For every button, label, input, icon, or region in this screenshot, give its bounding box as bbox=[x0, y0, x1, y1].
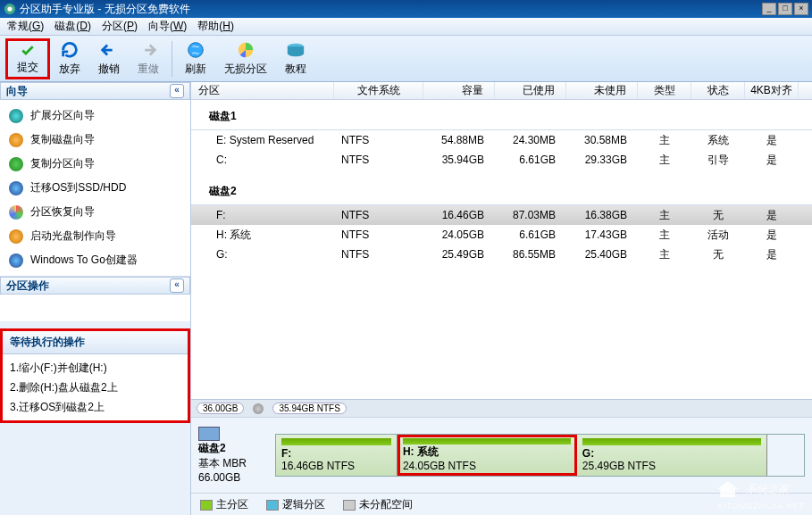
table-row[interactable]: F:NTFS16.46GB87.03MB16.38GB主无是 bbox=[191, 205, 812, 225]
wizard-panel-header[interactable]: 向导 « bbox=[0, 82, 190, 100]
app-icon bbox=[4, 3, 16, 15]
swatch-unalloc bbox=[343, 500, 356, 511]
wizard-icon bbox=[9, 181, 23, 195]
wizard-icon bbox=[9, 205, 23, 220]
svg-point-2 bbox=[188, 43, 204, 58]
menu-general[interactable]: 常规(G) bbox=[2, 17, 49, 36]
pill-part: 35.94GB NTFS bbox=[272, 403, 346, 414]
lossless-button[interactable]: 无损分区 bbox=[215, 38, 276, 79]
redo-icon bbox=[138, 40, 158, 60]
swatch-logical bbox=[266, 500, 279, 511]
disk-large-icon bbox=[198, 427, 220, 441]
titlebar: 分区助手专业版 - 无损分区免费软件 _ □ × bbox=[0, 0, 812, 18]
wizard-label: 迁移OS到SSD/HDD bbox=[30, 180, 126, 195]
partition-table-body: 磁盘1E: System ReservedNTFS54.88MB24.30MB3… bbox=[191, 100, 812, 399]
undo-icon bbox=[99, 40, 119, 60]
col-type[interactable]: 类型 bbox=[638, 82, 691, 99]
disk-partition-bar[interactable]: G:25.49GB NTFS bbox=[577, 435, 767, 476]
wizard-label: 复制磁盘向导 bbox=[30, 132, 95, 147]
pending-operations-panel: 等待执行的操作 1.缩小(F:)并创建(H:)2.删除(H:)盘从磁盘2上3.迁… bbox=[0, 328, 190, 423]
collapse-icon[interactable]: « bbox=[170, 278, 184, 293]
menu-help[interactable]: 帮助(H) bbox=[192, 17, 239, 36]
title-text: 分区助手专业版 - 无损分区免费软件 bbox=[20, 2, 760, 17]
toolbar: 提交 放弃 撤销 重做 刷新 无损分区 教程 bbox=[0, 36, 812, 82]
redo-button[interactable]: 重做 bbox=[129, 38, 168, 79]
col-state[interactable]: 状态 bbox=[691, 82, 745, 99]
collapse-icon[interactable]: « bbox=[170, 84, 184, 98]
col-used[interactable]: 已使用 bbox=[495, 82, 566, 99]
partition-ops-empty bbox=[0, 295, 190, 321]
wizard-icon bbox=[9, 229, 23, 244]
wizard-item[interactable]: Windows To Go创建器 bbox=[0, 248, 190, 272]
disk-map-area: 36.00GB 35.94GB NTFS 磁盘2 基本 MBR 66.00GB … bbox=[191, 399, 812, 515]
wizard-label: 复制分区向导 bbox=[30, 156, 95, 171]
wizard-icon bbox=[9, 109, 23, 123]
menu-wizard[interactable]: 向导(W) bbox=[143, 17, 192, 36]
disk-partition-bar[interactable]: H: 系统24.05GB NTFS bbox=[398, 435, 577, 476]
pending-item[interactable]: 2.删除(H:)盘从磁盘2上 bbox=[10, 378, 180, 397]
table-row[interactable]: H: 系统NTFS24.05GB6.61GB17.43GB主活动是 bbox=[191, 225, 812, 245]
wizard-label: 启动光盘制作向导 bbox=[30, 228, 116, 244]
legend: 主分区 逻辑分区 未分配空间 系统之家 XITONGZHIJIA.NET bbox=[191, 493, 812, 515]
refresh-icon bbox=[60, 40, 80, 60]
wizard-item[interactable]: 复制分区向导 bbox=[0, 152, 190, 176]
col-filesystem[interactable]: 文件系统 bbox=[334, 82, 423, 99]
table-row[interactable]: E: System ReservedNTFS54.88MB24.30MB30.5… bbox=[191, 130, 812, 150]
wizard-icon bbox=[9, 133, 23, 147]
undo-button[interactable]: 撤销 bbox=[89, 38, 129, 79]
disk-label[interactable]: 磁盘1 bbox=[191, 104, 812, 130]
col-unused[interactable]: 未使用 bbox=[566, 82, 638, 99]
wizard-label: Windows To Go创建器 bbox=[30, 253, 138, 268]
watermark: 系统之家 XITONGZHIJIA.NET bbox=[717, 481, 805, 511]
pill-size: 36.00GB bbox=[197, 403, 244, 414]
table-row[interactable]: C:NTFS35.94GB6.61GB29.33GB主引导是 bbox=[191, 150, 812, 170]
commit-button[interactable]: 提交 bbox=[5, 38, 50, 79]
menu-disk[interactable]: 磁盘(D) bbox=[49, 17, 96, 36]
separator bbox=[172, 41, 172, 77]
col-4k-align[interactable]: 4KB对齐 bbox=[745, 82, 799, 99]
menu-partition[interactable]: 分区(P) bbox=[96, 17, 143, 36]
tutorial-button[interactable]: 教程 bbox=[276, 38, 315, 79]
minimize-button[interactable]: _ bbox=[762, 3, 776, 15]
check-icon bbox=[18, 43, 38, 58]
maximize-button[interactable]: □ bbox=[778, 3, 792, 15]
pending-item[interactable]: 3.迁移OS到磁盘2上 bbox=[10, 397, 180, 417]
column-headers: 分区 文件系统 容量 已使用 未使用 类型 状态 4KB对齐 bbox=[191, 82, 812, 100]
disk-info[interactable]: 磁盘2 基本 MBR 66.00GB bbox=[198, 427, 270, 484]
pending-header: 等待执行的操作 bbox=[3, 331, 188, 354]
pending-item[interactable]: 1.缩小(F:)并创建(H:) bbox=[10, 358, 180, 378]
close-button[interactable]: × bbox=[794, 3, 808, 15]
wizard-icon bbox=[9, 253, 23, 268]
wizard-label: 分区恢复向导 bbox=[30, 204, 95, 220]
wizard-item[interactable]: 扩展分区向导 bbox=[0, 104, 190, 128]
globe-refresh-icon bbox=[186, 40, 205, 60]
wizard-icon bbox=[9, 157, 23, 171]
wizard-label: 扩展分区向导 bbox=[30, 108, 95, 123]
swatch-primary bbox=[200, 500, 213, 511]
disk-label[interactable]: 磁盘2 bbox=[191, 179, 812, 205]
sidebar: 向导 « 扩展分区向导复制磁盘向导复制分区向导迁移OS到SSD/HDD分区恢复向… bbox=[0, 82, 191, 515]
wizard-item[interactable]: 启动光盘制作向导 bbox=[0, 224, 190, 248]
menubar: 常规(G) 磁盘(D) 分区(P) 向导(W) 帮助(H) bbox=[0, 18, 812, 36]
partops-panel-header[interactable]: 分区操作 « bbox=[0, 277, 190, 295]
wizard-item[interactable]: 迁移OS到SSD/HDD bbox=[0, 176, 190, 200]
content-area: 分区 文件系统 容量 已使用 未使用 类型 状态 4KB对齐 磁盘1E: Sys… bbox=[191, 82, 812, 515]
pie-icon bbox=[236, 40, 255, 60]
col-partition[interactable]: 分区 bbox=[191, 82, 334, 99]
disk-icon bbox=[286, 40, 306, 60]
wizard-item[interactable]: 分区恢复向导 bbox=[0, 200, 190, 224]
disk-small-icon bbox=[253, 403, 264, 414]
discard-button[interactable]: 放弃 bbox=[50, 38, 89, 79]
wizard-item[interactable]: 复制磁盘向导 bbox=[0, 128, 190, 152]
refresh-button[interactable]: 刷新 bbox=[176, 38, 215, 79]
svg-point-1 bbox=[7, 6, 12, 11]
table-row[interactable]: G:NTFS25.49GB86.55MB25.40GB主无是 bbox=[191, 245, 812, 264]
disk-partition-bar[interactable]: F:16.46GB NTFS bbox=[276, 435, 398, 476]
col-capacity[interactable]: 容量 bbox=[423, 82, 495, 99]
